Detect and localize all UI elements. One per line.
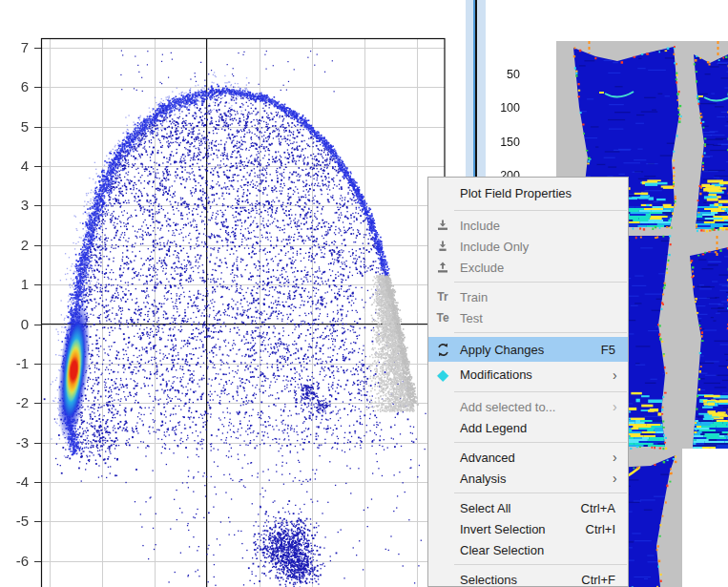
menu-shortcut: Ctrl+I bbox=[586, 522, 615, 536]
menu-separator bbox=[428, 388, 628, 396]
blank-panel bbox=[682, 449, 728, 587]
refresh-icon bbox=[428, 343, 457, 357]
y-tick-label: 6 bbox=[2, 78, 29, 95]
text-icon-te: Te bbox=[428, 311, 457, 325]
menu-item-label: Apply Changes bbox=[457, 343, 601, 357]
menu-shortcut: Ctrl+F bbox=[581, 573, 615, 587]
menu-item-add-legend[interactable]: Add Legend bbox=[428, 417, 628, 438]
menu-item-plot-field-properties[interactable]: Plot Field Properties bbox=[428, 179, 628, 206]
menu-item-train: TrTrain bbox=[428, 286, 628, 307]
y-tick-label: -4 bbox=[2, 473, 29, 491]
menu-separator bbox=[428, 206, 628, 215]
menu-item-select-all[interactable]: Select AllCtrl+A bbox=[428, 497, 628, 518]
application-window: 76543210-1-2-3-4-5-6 50100150200 Plot Fi… bbox=[0, 0, 728, 587]
menu-item-label: Plot Field Properties bbox=[457, 186, 628, 200]
exclude-icon bbox=[428, 260, 457, 275]
chevron-right-icon: › bbox=[613, 451, 624, 464]
menu-item-label: Add selected to... bbox=[457, 400, 613, 414]
thumbnail-row-label: 150 bbox=[480, 136, 520, 149]
menu-item-invert-selection[interactable]: Invert SelectionCtrl+I bbox=[428, 518, 628, 539]
context-menu: Plot Field PropertiesIncludeInclude Only… bbox=[427, 177, 629, 587]
menu-item-selections[interactable]: SelectionsCtrl+F bbox=[428, 569, 628, 587]
menu-item-apply-changes[interactable]: Apply ChangesF5 bbox=[428, 337, 628, 362]
thumbnail-row-label: 50 bbox=[480, 68, 520, 81]
menu-item-label: Include Only bbox=[457, 240, 628, 254]
menu-item-test: TeTest bbox=[428, 307, 628, 328]
y-tick-label: -6 bbox=[2, 553, 29, 570]
menu-item-modifications[interactable]: ◆Modifications› bbox=[428, 362, 628, 388]
menu-separator bbox=[428, 328, 628, 337]
include-only-icon bbox=[428, 239, 457, 254]
menu-item-label: Add Legend bbox=[457, 421, 628, 435]
menu-item-analysis[interactable]: Analysis› bbox=[428, 468, 628, 489]
menu-item-label: Advanced bbox=[457, 451, 613, 465]
thumbnail-row-label: 100 bbox=[480, 101, 520, 115]
menu-item-label: Test bbox=[457, 311, 628, 325]
menu-item-label: Clear Selection bbox=[457, 543, 628, 557]
menu-item-label: Include bbox=[457, 219, 628, 233]
diamond-icon: ◆ bbox=[428, 367, 457, 383]
y-tick-label: 4 bbox=[2, 157, 29, 175]
include-icon bbox=[428, 218, 457, 233]
y-tick-label: 2 bbox=[2, 237, 29, 254]
menu-separator bbox=[428, 278, 628, 286]
menu-item-include: Include bbox=[428, 215, 628, 236]
menu-item-label: Analysis bbox=[457, 472, 613, 486]
menu-item-label: Invert Selection bbox=[457, 522, 586, 536]
menu-item-advanced[interactable]: Advanced› bbox=[428, 447, 628, 468]
menu-item-add-selected-to: Add selected to...› bbox=[428, 396, 628, 417]
menu-item-label: Select All bbox=[457, 501, 581, 515]
chevron-right-icon: › bbox=[613, 368, 624, 382]
menu-separator bbox=[428, 489, 628, 497]
y-tick-label: -2 bbox=[2, 394, 29, 411]
menu-item-include-only: Include Only bbox=[428, 236, 628, 257]
chevron-right-icon: › bbox=[613, 400, 624, 413]
menu-item-label: Selections bbox=[457, 573, 581, 587]
y-tick-label: 0 bbox=[2, 316, 29, 333]
text-icon-tr: Tr bbox=[428, 290, 457, 304]
menu-shortcut: Ctrl+A bbox=[581, 501, 615, 515]
y-tick-label: -1 bbox=[2, 355, 29, 372]
menu-item-label: Modifications bbox=[457, 367, 613, 382]
chevron-right-icon: › bbox=[613, 472, 624, 485]
y-tick-label: -5 bbox=[2, 513, 29, 530]
y-tick-label: 3 bbox=[2, 197, 29, 214]
menu-item-label: Train bbox=[457, 290, 628, 304]
y-tick-label: 5 bbox=[2, 118, 29, 136]
y-tick-label: 1 bbox=[2, 276, 29, 293]
menu-item-clear-selection[interactable]: Clear Selection bbox=[428, 539, 628, 560]
menu-shortcut: F5 bbox=[601, 343, 615, 357]
y-tick-label: 7 bbox=[2, 39, 29, 56]
y-tick-label: -3 bbox=[2, 434, 29, 451]
menu-separator bbox=[428, 560, 628, 569]
menu-item-exclude: Exclude bbox=[428, 257, 628, 278]
menu-separator bbox=[428, 438, 628, 447]
menu-item-label: Exclude bbox=[457, 261, 628, 275]
